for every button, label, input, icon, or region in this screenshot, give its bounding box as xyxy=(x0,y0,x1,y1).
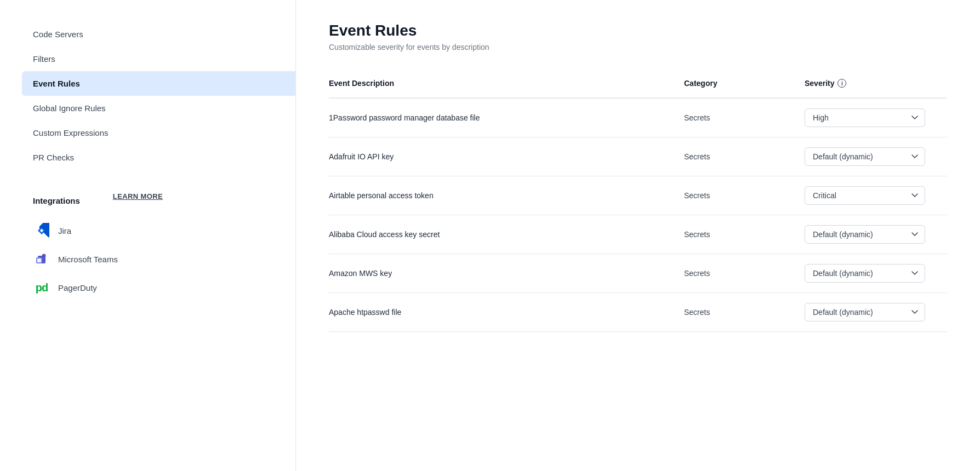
severity-select[interactable]: Default (dynamic)CriticalHighMediumLowIn… xyxy=(805,186,925,205)
sidebar-item-filters[interactable]: Filters xyxy=(33,47,295,71)
integration-label: Jira xyxy=(58,226,71,236)
severity-select[interactable]: Default (dynamic)CriticalHighMediumLowIn… xyxy=(805,108,925,127)
row-severity: Default (dynamic)CriticalHighMediumLowIn… xyxy=(805,108,947,127)
page-subtitle: Customizable severity for events by desc… xyxy=(329,43,947,51)
sidebar-item-code-servers[interactable]: Code Servers xyxy=(33,22,295,47)
sidebar: Code ServersFiltersEvent RulesGlobal Ign… xyxy=(0,0,296,471)
table-row: Airtable personal access token Secrets D… xyxy=(329,176,947,215)
table-header: Event Description Category Severity i xyxy=(329,69,947,99)
integration-item-pagerduty[interactable]: pd PagerDuty xyxy=(33,273,295,302)
main-content: Event Rules Customizable severity for ev… xyxy=(296,0,980,471)
row-description: Adafruit IO API key xyxy=(329,151,684,163)
severity-select[interactable]: Default (dynamic)CriticalHighMediumLowIn… xyxy=(805,303,925,321)
table-row: Alibaba Cloud access key secret Secrets … xyxy=(329,215,947,254)
row-description: Airtable personal access token xyxy=(329,190,684,202)
severity-info-icon[interactable]: i xyxy=(837,79,846,88)
table-row: 1Password password manager database file… xyxy=(329,99,947,137)
row-category: Secrets xyxy=(684,230,805,239)
severity-select[interactable]: Default (dynamic)CriticalHighMediumLowIn… xyxy=(805,225,925,244)
integrations-section: Integrations LEARN MORE xyxy=(33,183,295,210)
event-rules-table: Event Description Category Severity i 1P… xyxy=(329,69,947,332)
integration-item-teams[interactable]: Microsoft Teams xyxy=(33,245,295,273)
header-category: Category xyxy=(684,74,805,92)
row-severity: Default (dynamic)CriticalHighMediumLowIn… xyxy=(805,186,947,205)
row-category: Secrets xyxy=(684,269,805,278)
teams-icon xyxy=(33,250,50,268)
row-category: Secrets xyxy=(684,113,805,122)
severity-select[interactable]: Default (dynamic)CriticalHighMediumLowIn… xyxy=(805,264,925,283)
jira-icon xyxy=(33,222,50,239)
row-severity: Default (dynamic)CriticalHighMediumLowIn… xyxy=(805,264,947,283)
row-category: Secrets xyxy=(684,308,805,317)
integrations-title: Integrations xyxy=(33,196,80,205)
row-description: Amazon MWS key xyxy=(329,268,684,279)
row-description: Apache htpasswd file xyxy=(329,307,684,318)
row-severity: Default (dynamic)CriticalHighMediumLowIn… xyxy=(805,147,947,166)
pagerduty-icon: pd xyxy=(33,279,50,296)
sidebar-item-event-rules[interactable]: Event Rules xyxy=(22,71,295,96)
row-category: Secrets xyxy=(684,152,805,161)
header-severity: Severity i xyxy=(805,74,947,92)
row-category: Secrets xyxy=(684,191,805,200)
table-row: Amazon MWS key Secrets Default (dynamic)… xyxy=(329,254,947,293)
table-row: Apache htpasswd file Secrets Default (dy… xyxy=(329,293,947,332)
sidebar-item-custom-expressions[interactable]: Custom Expressions xyxy=(33,120,295,145)
svg-point-4 xyxy=(42,254,46,258)
row-severity: Default (dynamic)CriticalHighMediumLowIn… xyxy=(805,303,947,321)
row-description: 1Password password manager database file xyxy=(329,112,684,124)
table-row: Adafruit IO API key Secrets Default (dyn… xyxy=(329,137,947,176)
integration-label: Microsoft Teams xyxy=(58,255,118,264)
svg-rect-3 xyxy=(37,259,41,262)
row-severity: Default (dynamic)CriticalHighMediumLowIn… xyxy=(805,225,947,244)
sidebar-item-pr-checks[interactable]: PR Checks xyxy=(33,145,295,170)
integration-label: PagerDuty xyxy=(58,283,97,292)
severity-select[interactable]: Default (dynamic)CriticalHighMediumLowIn… xyxy=(805,147,925,166)
header-description: Event Description xyxy=(329,74,684,92)
page-title: Event Rules xyxy=(329,22,947,39)
sidebar-item-global-ignore-rules[interactable]: Global Ignore Rules xyxy=(33,96,295,120)
integration-item-jira[interactable]: Jira xyxy=(33,216,295,245)
learn-more-link[interactable]: LEARN MORE xyxy=(113,192,163,200)
row-description: Alibaba Cloud access key secret xyxy=(329,229,684,240)
